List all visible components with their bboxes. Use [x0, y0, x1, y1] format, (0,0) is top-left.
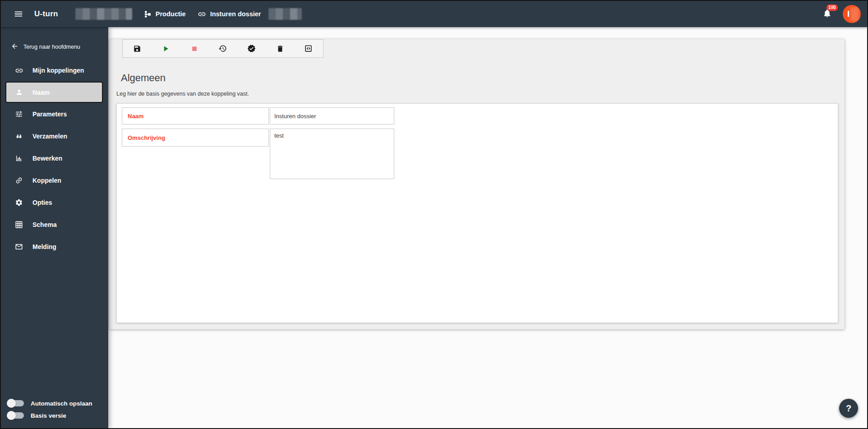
toggle-label: Automatisch opslaan	[31, 400, 92, 407]
omschrijving-textarea[interactable]: test	[270, 129, 394, 179]
arrow-back-icon	[11, 42, 18, 51]
toggle-automatisch-opslaan[interactable]: Automatisch opslaan	[7, 399, 104, 408]
toggle-switch[interactable]	[7, 411, 25, 420]
back-to-main-menu[interactable]: Terug naar hoofdmenu	[1, 39, 108, 55]
toolbar	[122, 39, 323, 58]
menu-icon[interactable]	[8, 9, 29, 19]
sidebar-item-label: Schema	[32, 221, 57, 228]
quote-icon	[14, 132, 23, 140]
bar-chart-icon	[14, 154, 23, 162]
avatar[interactable]	[843, 5, 861, 23]
top-header: U-turn Productie Insturen dossier 100	[1, 1, 867, 27]
stop-button[interactable]	[186, 41, 203, 56]
tune-icon	[14, 110, 23, 118]
form-row-omschrijving: Omschrijving test	[122, 129, 838, 181]
main-content: Algemeen Leg hier de basis gegevens van …	[108, 27, 867, 428]
sidebar-item-label: Koppelen	[32, 177, 61, 184]
koppeling-group[interactable]: Insturen dossier	[198, 8, 302, 20]
app-window: U-turn Productie Insturen dossier 100	[0, 0, 868, 429]
sidebar-toggles: Automatisch opslaan Basis versie	[1, 399, 108, 428]
link-icon	[14, 66, 23, 75]
sidebar-item-koppelen[interactable]: Koppelen	[1, 170, 108, 191]
sidebar-item-label: Verzamelen	[32, 133, 67, 140]
person-icon	[14, 88, 23, 96]
redacted-avatar-content	[848, 11, 849, 17]
notifications-badge: 100	[826, 5, 838, 11]
sidebar-item-parameters[interactable]: Parameters	[1, 103, 108, 125]
omschrijving-label: Omschrijving	[122, 129, 269, 147]
environment-icon	[144, 10, 152, 18]
naam-input[interactable]	[270, 107, 394, 125]
form-card: Naam Omschrijving test	[116, 103, 838, 323]
koppeling-label: Insturen dossier	[210, 10, 261, 18]
page-subtitle: Leg hier de basis gegevens van deze kopp…	[116, 91, 845, 97]
sidebar-item-label: Naam	[32, 89, 50, 96]
form-row-naam: Naam	[122, 107, 838, 125]
validate-button[interactable]	[243, 41, 259, 56]
environment-group[interactable]: Productie	[144, 10, 186, 18]
sidebar-item-naam[interactable]: Naam	[5, 82, 103, 103]
sidebar-item-melding[interactable]: Melding	[1, 236, 108, 258]
mail-icon	[14, 243, 23, 251]
redacted-avatar-content	[850, 7, 859, 21]
gear-icon	[14, 198, 23, 207]
grid-icon	[14, 221, 23, 229]
sidebar-item-label: Melding	[32, 243, 56, 250]
sidebar-item-label: Parameters	[32, 111, 67, 118]
sidebar-item-bewerken[interactable]: Bewerken	[1, 148, 108, 169]
toggle-switch[interactable]	[7, 399, 25, 408]
sidebar-item-label: Opties	[32, 199, 52, 206]
app-title: U-turn	[34, 9, 58, 18]
back-label: Terug naar hoofdmenu	[23, 44, 80, 50]
redacted-text	[75, 8, 132, 20]
question-mark-icon: ?	[846, 403, 851, 414]
sidebar-item-label: Mijn koppelingen	[32, 67, 84, 74]
environment-label: Productie	[156, 10, 186, 18]
sidebar: Terug naar hoofdmenu Mijn koppelingen Na…	[1, 27, 108, 428]
sidebar-item-verzamelen[interactable]: Verzamelen	[1, 125, 108, 147]
link-icon	[198, 10, 206, 18]
header-right: 100	[820, 5, 861, 23]
sidebar-item-label: Bewerken	[32, 155, 62, 162]
notifications-button[interactable]: 100	[820, 6, 834, 22]
sidebar-item-mijn-koppelingen[interactable]: Mijn koppelingen	[1, 60, 108, 81]
content-panel: Algemeen Leg hier de basis gegevens van …	[109, 39, 845, 329]
chain-icon	[14, 176, 23, 185]
redacted-text	[268, 8, 302, 20]
code-button[interactable]	[300, 41, 317, 56]
sidebar-item-schema[interactable]: Schema	[1, 214, 108, 235]
sidebar-item-opties[interactable]: Opties	[1, 192, 108, 213]
history-button[interactable]	[215, 41, 231, 56]
save-button[interactable]	[129, 41, 145, 56]
run-button[interactable]	[157, 41, 174, 56]
delete-button[interactable]	[272, 41, 288, 56]
page-title: Algemeen	[121, 72, 845, 84]
toggle-label: Basis versie	[31, 412, 66, 419]
naam-label: Naam	[122, 107, 269, 125]
help-button[interactable]: ?	[839, 399, 858, 418]
toggle-basis-versie[interactable]: Basis versie	[7, 411, 104, 420]
